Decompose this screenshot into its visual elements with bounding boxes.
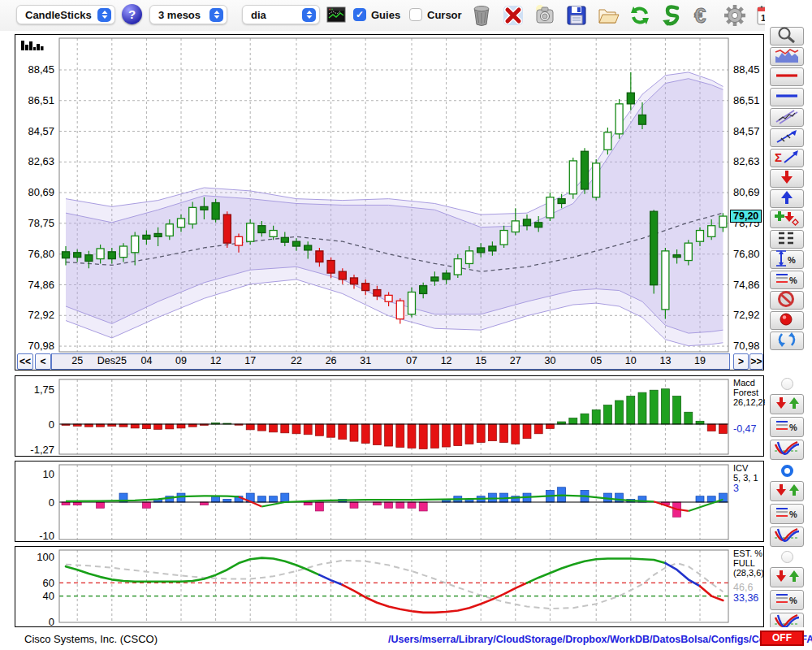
stoch-panel-canvas[interactable] xyxy=(15,547,763,626)
price-tick: 88,45 xyxy=(17,63,54,76)
trendline-tool-button[interactable] xyxy=(770,128,804,147)
date-label: 25 xyxy=(59,355,95,366)
levels-tool-button[interactable] xyxy=(770,230,804,249)
arrow-up-blue-tool-button[interactable] xyxy=(770,189,804,208)
trendline-icon xyxy=(773,128,801,149)
price-tick: 74,86 xyxy=(17,279,54,291)
off-button[interactable]: OFF xyxy=(760,630,804,646)
add-signal-tool-button[interactable] xyxy=(770,210,804,228)
price-tick: 78,75 xyxy=(17,217,54,229)
config-path: /Users/mserra/Library/CloudStorage/Dropb… xyxy=(388,634,812,645)
price-tick: 80,69 xyxy=(17,186,54,198)
popup-stepper-icon xyxy=(97,8,111,22)
trash-icon[interactable] xyxy=(469,3,494,28)
icv-panel-canvas[interactable] xyxy=(15,462,763,541)
date-label: 31 xyxy=(348,355,383,366)
measure-percent-icon: % xyxy=(773,249,801,271)
icv-panel[interactable]: Indice Calidad Vela 10 0 -10 ICV5, 3, 1 … xyxy=(15,461,764,542)
open-icon[interactable] xyxy=(596,3,620,28)
macd-arrows-red-green-button[interactable] xyxy=(770,394,804,414)
delete-icon[interactable] xyxy=(501,3,525,28)
chart-type-select[interactable]: CandleSticks xyxy=(16,5,115,24)
save-icon[interactable] xyxy=(564,3,589,28)
date-label: 13 xyxy=(647,355,683,366)
lines-percent-icon: % xyxy=(773,270,801,291)
price-tick: 86,51 xyxy=(17,94,54,106)
icv-lines-percent-button[interactable]: % xyxy=(770,504,804,524)
price-volume-icon xyxy=(773,46,801,67)
icv-indicator-curves-button[interactable] xyxy=(770,526,804,547)
date-label: 27 xyxy=(498,355,533,366)
sync-vertical-tool-button[interactable] xyxy=(770,332,804,350)
cursor-checkbox[interactable]: Cursor xyxy=(409,8,462,21)
zoom-tool-button[interactable] xyxy=(770,27,804,46)
icv-arrows-red-green-button[interactable] xyxy=(770,481,804,501)
date-label: 04 xyxy=(128,355,164,366)
arrows-red-green-icon xyxy=(773,394,801,415)
nav-prev-button[interactable]: < xyxy=(35,353,51,370)
nav-last-button[interactable]: >> xyxy=(749,353,763,370)
arrow-down-red-tool-button[interactable] xyxy=(770,169,804,188)
interval-select[interactable]: dia xyxy=(242,5,320,24)
icv-panel-radio[interactable] xyxy=(781,465,793,477)
help-button[interactable]: ? xyxy=(122,4,142,24)
macd-panel-canvas[interactable] xyxy=(15,376,763,456)
interval-value: dia xyxy=(251,9,266,21)
record-icon xyxy=(773,310,801,332)
settings-icon[interactable] xyxy=(723,3,747,28)
zoom-icon xyxy=(773,26,801,47)
snapshot-icon[interactable] xyxy=(533,3,557,28)
mini-chart-window-button[interactable] xyxy=(326,6,346,23)
red-line-tool-button[interactable] xyxy=(770,67,804,86)
period-select[interactable]: 3 mesos xyxy=(149,5,227,24)
price-tick: 82,63 xyxy=(17,155,54,167)
cursor-label: Cursor xyxy=(427,9,462,21)
nav-next-button[interactable]: > xyxy=(733,353,749,370)
axis-tick: 100 xyxy=(17,551,54,563)
price-tick: 82,63 xyxy=(733,155,760,167)
date-label: 30 xyxy=(532,355,568,366)
svg-text:%: % xyxy=(789,275,797,285)
axis-tick: 40 xyxy=(17,590,54,602)
red-line-icon xyxy=(773,67,801,88)
main-panel-canvas[interactable] xyxy=(15,35,763,370)
svg-text:Σ: Σ xyxy=(775,150,782,164)
price-tick: 76,80 xyxy=(17,248,54,260)
price-volume-tool-button[interactable] xyxy=(770,47,804,66)
nav-first-button[interactable]: << xyxy=(17,353,33,370)
measure-percent-tool-button[interactable]: % xyxy=(770,250,804,269)
toolbar: CandleSticks ? 3 mesos dia ✓ Guies Curso… xyxy=(0,0,812,31)
blue-line-tool-button[interactable] xyxy=(770,88,804,106)
price-tick: 76,80 xyxy=(733,248,760,260)
guies-checkbox[interactable]: ✓ Guies xyxy=(353,8,400,21)
arrow-down-red-icon xyxy=(773,168,801,189)
price-tick: 72,92 xyxy=(17,309,54,321)
stoch-panel-radio[interactable] xyxy=(781,551,793,563)
channel-tool-button[interactable] xyxy=(770,108,804,127)
stochastic-panel[interactable]: Full Estocastico EST. %FULL(28,3,6) 46,6… xyxy=(15,546,764,627)
blue-line-icon xyxy=(773,87,801,108)
forbid-tool-button[interactable] xyxy=(770,291,804,310)
main-chart-panel[interactable]: Last: 79.1999 - 20/02/26 79,20 << < > >>… xyxy=(15,34,764,370)
macd-panel[interactable]: Histograma MACD 1,75 0 -1,27 MacdForest2… xyxy=(15,375,764,457)
axis-tick: 60 xyxy=(17,577,54,589)
euro-icon[interactable]: € xyxy=(691,3,715,28)
popup-stepper-icon xyxy=(209,8,223,22)
stoch-lines-percent-button[interactable]: % xyxy=(770,590,804,610)
macd-lines-percent-button[interactable]: % xyxy=(770,417,804,437)
stoch-arrows-red-green-button[interactable] xyxy=(770,567,804,587)
record-tool-button[interactable] xyxy=(770,311,804,330)
refresh-icon[interactable] xyxy=(628,3,652,28)
macd-panel-radio[interactable] xyxy=(781,378,793,390)
svg-text:%: % xyxy=(789,509,797,519)
price-tick: 70,98 xyxy=(17,340,54,352)
lines-percent-icon: % xyxy=(773,590,801,611)
macd-indicator-curves-button[interactable] xyxy=(770,440,804,460)
price-tick: 74,86 xyxy=(733,279,760,291)
checkbox-unchecked-icon xyxy=(409,8,422,21)
guies-label: Guies xyxy=(371,9,400,21)
lines-percent-tool-button[interactable]: % xyxy=(770,271,804,289)
sync-icon[interactable] xyxy=(659,3,684,28)
sum-trendline-tool-button[interactable]: Σ xyxy=(770,149,804,167)
price-tick: 86,51 xyxy=(733,94,760,106)
